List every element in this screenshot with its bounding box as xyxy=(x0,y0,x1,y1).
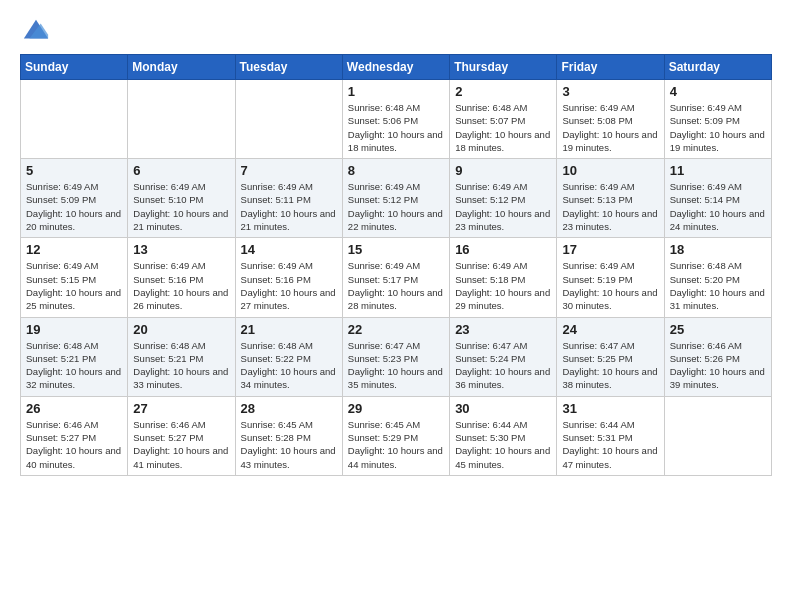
day-cell: 22Sunrise: 6:47 AM Sunset: 5:23 PM Dayli… xyxy=(342,317,449,396)
day-cell: 3Sunrise: 6:49 AM Sunset: 5:08 PM Daylig… xyxy=(557,80,664,159)
day-cell xyxy=(21,80,128,159)
week-row-5: 26Sunrise: 6:46 AM Sunset: 5:27 PM Dayli… xyxy=(21,396,772,475)
day-number: 19 xyxy=(26,322,122,337)
day-info: Sunrise: 6:49 AM Sunset: 5:11 PM Dayligh… xyxy=(241,180,337,233)
day-number: 9 xyxy=(455,163,551,178)
day-info: Sunrise: 6:49 AM Sunset: 5:12 PM Dayligh… xyxy=(455,180,551,233)
day-number: 23 xyxy=(455,322,551,337)
day-number: 21 xyxy=(241,322,337,337)
day-header-saturday: Saturday xyxy=(664,55,771,80)
day-cell: 19Sunrise: 6:48 AM Sunset: 5:21 PM Dayli… xyxy=(21,317,128,396)
day-number: 10 xyxy=(562,163,658,178)
day-info: Sunrise: 6:44 AM Sunset: 5:30 PM Dayligh… xyxy=(455,418,551,471)
day-cell: 12Sunrise: 6:49 AM Sunset: 5:15 PM Dayli… xyxy=(21,238,128,317)
day-number: 11 xyxy=(670,163,766,178)
day-cell: 18Sunrise: 6:48 AM Sunset: 5:20 PM Dayli… xyxy=(664,238,771,317)
day-cell: 21Sunrise: 6:48 AM Sunset: 5:22 PM Dayli… xyxy=(235,317,342,396)
calendar-table: SundayMondayTuesdayWednesdayThursdayFrid… xyxy=(20,54,772,476)
day-info: Sunrise: 6:49 AM Sunset: 5:16 PM Dayligh… xyxy=(241,259,337,312)
day-cell: 4Sunrise: 6:49 AM Sunset: 5:09 PM Daylig… xyxy=(664,80,771,159)
week-row-2: 5Sunrise: 6:49 AM Sunset: 5:09 PM Daylig… xyxy=(21,159,772,238)
day-info: Sunrise: 6:49 AM Sunset: 5:09 PM Dayligh… xyxy=(670,101,766,154)
day-info: Sunrise: 6:49 AM Sunset: 5:16 PM Dayligh… xyxy=(133,259,229,312)
day-info: Sunrise: 6:47 AM Sunset: 5:24 PM Dayligh… xyxy=(455,339,551,392)
day-cell: 9Sunrise: 6:49 AM Sunset: 5:12 PM Daylig… xyxy=(450,159,557,238)
day-info: Sunrise: 6:45 AM Sunset: 5:29 PM Dayligh… xyxy=(348,418,444,471)
day-info: Sunrise: 6:45 AM Sunset: 5:28 PM Dayligh… xyxy=(241,418,337,471)
day-cell: 5Sunrise: 6:49 AM Sunset: 5:09 PM Daylig… xyxy=(21,159,128,238)
day-number: 25 xyxy=(670,322,766,337)
day-cell: 8Sunrise: 6:49 AM Sunset: 5:12 PM Daylig… xyxy=(342,159,449,238)
day-info: Sunrise: 6:48 AM Sunset: 5:21 PM Dayligh… xyxy=(133,339,229,392)
logo xyxy=(20,16,50,44)
day-cell: 31Sunrise: 6:44 AM Sunset: 5:31 PM Dayli… xyxy=(557,396,664,475)
day-info: Sunrise: 6:48 AM Sunset: 5:21 PM Dayligh… xyxy=(26,339,122,392)
day-number: 5 xyxy=(26,163,122,178)
day-cell: 11Sunrise: 6:49 AM Sunset: 5:14 PM Dayli… xyxy=(664,159,771,238)
day-cell: 24Sunrise: 6:47 AM Sunset: 5:25 PM Dayli… xyxy=(557,317,664,396)
day-cell: 1Sunrise: 6:48 AM Sunset: 5:06 PM Daylig… xyxy=(342,80,449,159)
day-info: Sunrise: 6:49 AM Sunset: 5:13 PM Dayligh… xyxy=(562,180,658,233)
day-info: Sunrise: 6:49 AM Sunset: 5:10 PM Dayligh… xyxy=(133,180,229,233)
day-info: Sunrise: 6:48 AM Sunset: 5:07 PM Dayligh… xyxy=(455,101,551,154)
day-header-monday: Monday xyxy=(128,55,235,80)
day-number: 22 xyxy=(348,322,444,337)
day-header-sunday: Sunday xyxy=(21,55,128,80)
day-cell: 25Sunrise: 6:46 AM Sunset: 5:26 PM Dayli… xyxy=(664,317,771,396)
day-info: Sunrise: 6:49 AM Sunset: 5:15 PM Dayligh… xyxy=(26,259,122,312)
day-cell: 7Sunrise: 6:49 AM Sunset: 5:11 PM Daylig… xyxy=(235,159,342,238)
page: SundayMondayTuesdayWednesdayThursdayFrid… xyxy=(0,0,792,496)
day-cell: 14Sunrise: 6:49 AM Sunset: 5:16 PM Dayli… xyxy=(235,238,342,317)
day-cell: 16Sunrise: 6:49 AM Sunset: 5:18 PM Dayli… xyxy=(450,238,557,317)
week-row-3: 12Sunrise: 6:49 AM Sunset: 5:15 PM Dayli… xyxy=(21,238,772,317)
day-cell: 6Sunrise: 6:49 AM Sunset: 5:10 PM Daylig… xyxy=(128,159,235,238)
day-number: 29 xyxy=(348,401,444,416)
day-number: 13 xyxy=(133,242,229,257)
day-info: Sunrise: 6:48 AM Sunset: 5:20 PM Dayligh… xyxy=(670,259,766,312)
day-info: Sunrise: 6:49 AM Sunset: 5:14 PM Dayligh… xyxy=(670,180,766,233)
day-cell xyxy=(664,396,771,475)
day-number: 12 xyxy=(26,242,122,257)
day-number: 6 xyxy=(133,163,229,178)
day-number: 18 xyxy=(670,242,766,257)
day-info: Sunrise: 6:49 AM Sunset: 5:17 PM Dayligh… xyxy=(348,259,444,312)
day-header-tuesday: Tuesday xyxy=(235,55,342,80)
day-info: Sunrise: 6:48 AM Sunset: 5:22 PM Dayligh… xyxy=(241,339,337,392)
day-header-friday: Friday xyxy=(557,55,664,80)
day-cell: 10Sunrise: 6:49 AM Sunset: 5:13 PM Dayli… xyxy=(557,159,664,238)
day-number: 20 xyxy=(133,322,229,337)
day-info: Sunrise: 6:49 AM Sunset: 5:08 PM Dayligh… xyxy=(562,101,658,154)
day-info: Sunrise: 6:49 AM Sunset: 5:09 PM Dayligh… xyxy=(26,180,122,233)
header xyxy=(20,16,772,44)
day-header-wednesday: Wednesday xyxy=(342,55,449,80)
calendar-header-row: SundayMondayTuesdayWednesdayThursdayFrid… xyxy=(21,55,772,80)
day-info: Sunrise: 6:46 AM Sunset: 5:26 PM Dayligh… xyxy=(670,339,766,392)
day-number: 8 xyxy=(348,163,444,178)
day-number: 7 xyxy=(241,163,337,178)
week-row-4: 19Sunrise: 6:48 AM Sunset: 5:21 PM Dayli… xyxy=(21,317,772,396)
day-info: Sunrise: 6:44 AM Sunset: 5:31 PM Dayligh… xyxy=(562,418,658,471)
day-cell: 30Sunrise: 6:44 AM Sunset: 5:30 PM Dayli… xyxy=(450,396,557,475)
day-info: Sunrise: 6:49 AM Sunset: 5:12 PM Dayligh… xyxy=(348,180,444,233)
day-info: Sunrise: 6:49 AM Sunset: 5:19 PM Dayligh… xyxy=(562,259,658,312)
day-cell xyxy=(128,80,235,159)
day-number: 28 xyxy=(241,401,337,416)
day-info: Sunrise: 6:47 AM Sunset: 5:25 PM Dayligh… xyxy=(562,339,658,392)
day-number: 27 xyxy=(133,401,229,416)
day-cell: 17Sunrise: 6:49 AM Sunset: 5:19 PM Dayli… xyxy=(557,238,664,317)
day-number: 24 xyxy=(562,322,658,337)
day-info: Sunrise: 6:46 AM Sunset: 5:27 PM Dayligh… xyxy=(133,418,229,471)
day-number: 2 xyxy=(455,84,551,99)
day-cell: 15Sunrise: 6:49 AM Sunset: 5:17 PM Dayli… xyxy=(342,238,449,317)
day-number: 16 xyxy=(455,242,551,257)
day-cell: 29Sunrise: 6:45 AM Sunset: 5:29 PM Dayli… xyxy=(342,396,449,475)
day-cell: 26Sunrise: 6:46 AM Sunset: 5:27 PM Dayli… xyxy=(21,396,128,475)
day-number: 1 xyxy=(348,84,444,99)
day-cell: 23Sunrise: 6:47 AM Sunset: 5:24 PM Dayli… xyxy=(450,317,557,396)
day-header-thursday: Thursday xyxy=(450,55,557,80)
week-row-1: 1Sunrise: 6:48 AM Sunset: 5:06 PM Daylig… xyxy=(21,80,772,159)
day-number: 30 xyxy=(455,401,551,416)
day-number: 3 xyxy=(562,84,658,99)
day-number: 14 xyxy=(241,242,337,257)
day-info: Sunrise: 6:46 AM Sunset: 5:27 PM Dayligh… xyxy=(26,418,122,471)
